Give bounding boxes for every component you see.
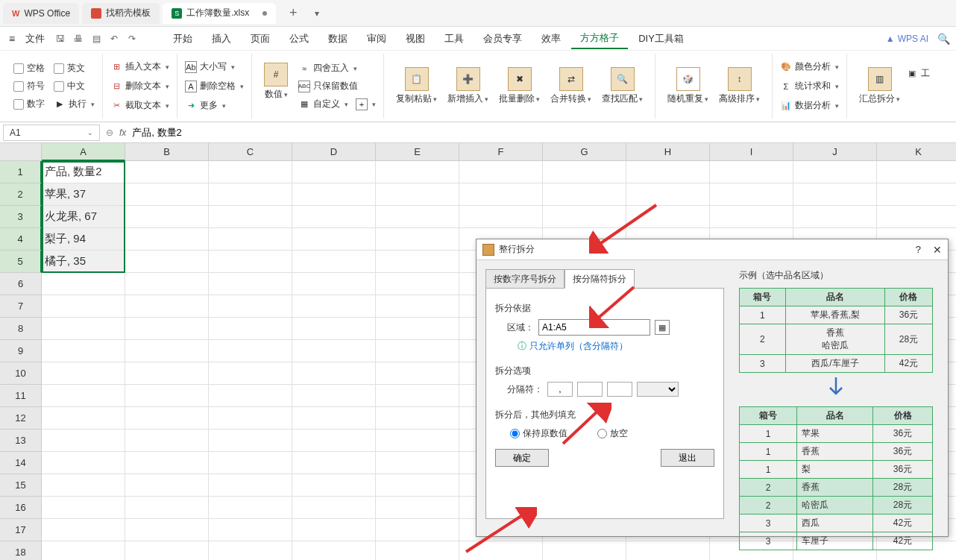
cell[interactable] [376,385,459,407]
cell[interactable] [125,161,209,183]
col-header-k[interactable]: K [877,143,956,161]
menu-diy[interactable]: DIY工具箱 [629,29,693,48]
wps-ai-button[interactable]: ▲WPS AI [886,34,928,44]
row-header[interactable]: 6 [0,273,42,295]
cell[interactable] [292,228,376,251]
menu-insert[interactable]: 插入 [203,29,240,48]
cell[interactable] [292,362,376,385]
dialog-titlebar[interactable]: 整行拆分 ? ✕ [477,239,948,260]
ok-button[interactable]: 确定 [495,449,549,467]
rb-insert-new[interactable]: ➕新增插入▾ [443,64,493,108]
cell[interactable] [125,385,209,407]
cell[interactable] [42,318,125,340]
rb-color-analysis[interactable]: 🎨颜色分析▾ [780,58,839,76]
rb-find-match[interactable]: 🔍查找匹配▾ [597,64,647,108]
cell[interactable] [376,519,459,541]
col-header-g[interactable]: G [543,143,626,161]
rb-keep-num[interactable]: ABC只保留数值 [298,78,376,95]
col-header-a[interactable]: A [42,143,125,161]
cell[interactable] [376,273,459,295]
cell[interactable] [292,273,376,295]
cell[interactable] [376,474,459,497]
cell[interactable] [292,206,376,228]
cell[interactable] [125,273,209,295]
rb-case[interactable]: Ab大小写▾ [185,58,244,76]
dialog-tab-separator[interactable]: 按分隔符拆分 [565,269,635,289]
cell[interactable] [877,183,956,206]
rb-custom[interactable]: ▦自定义▾ +▾ [298,95,376,113]
range-picker-icon[interactable]: ▦ [655,320,670,335]
radio-keep-original[interactable]: 保持原数值 [510,427,567,440]
menu-ffgz[interactable]: 方方格子 [571,28,628,49]
cell[interactable] [209,318,292,340]
cell[interactable] [42,452,125,474]
rb-extract-text[interactable]: ✂截取文本▾ [110,97,169,115]
file-menu[interactable]: 文件 [19,32,51,45]
formula-input[interactable] [132,127,953,138]
cell[interactable] [376,452,459,474]
cell[interactable] [459,206,543,228]
cell[interactable] [209,295,292,318]
cell[interactable] [376,340,459,362]
cell[interactable] [125,206,209,228]
cell[interactable] [710,206,793,228]
rb-delete-text[interactable]: ⊟删除文本▾ [110,78,169,95]
cell[interactable] [376,318,459,340]
rb-random[interactable]: 🎲随机重复▾ [663,64,713,108]
row-header[interactable]: 17 [0,519,42,541]
search-icon[interactable]: 🔍 [937,33,950,45]
cell-a4[interactable]: 梨子, 94 [42,228,125,251]
cell[interactable] [125,452,209,474]
cell[interactable] [626,161,710,183]
cell[interactable] [292,161,376,183]
cell[interactable] [42,273,125,295]
cell[interactable] [376,407,459,430]
rb-work[interactable]: ▣工 [906,64,930,82]
cell[interactable] [42,295,125,318]
cell[interactable] [292,407,376,430]
cell[interactable] [209,430,292,452]
cell[interactable] [793,161,877,183]
cell[interactable] [125,541,209,560]
menu-data[interactable]: 数据 [319,29,356,48]
cell[interactable] [209,183,292,206]
row-header[interactable]: 2 [0,183,42,206]
cell[interactable] [125,228,209,251]
cell[interactable] [209,273,292,295]
cell[interactable] [292,318,376,340]
cell[interactable] [209,407,292,430]
separator-input-2[interactable] [577,382,603,397]
cell[interactable] [543,161,626,183]
dialog-tab-number[interactable]: 按数字序号拆分 [485,269,565,289]
col-header-j[interactable]: J [793,143,877,161]
cell[interactable] [125,340,209,362]
name-box-dropdown-icon[interactable]: ⌄ [87,129,93,136]
cell[interactable] [42,541,125,560]
cell[interactable] [125,183,209,206]
cell[interactable] [209,362,292,385]
cell-a2[interactable]: 苹果, 37 [42,183,125,206]
qat-preview-icon[interactable]: ▤ [88,31,104,47]
cell[interactable] [125,430,209,452]
menu-member[interactable]: 会员专享 [474,29,531,48]
rb-check-symbol[interactable]: 符号 [13,78,45,95]
cell[interactable] [292,519,376,541]
cell[interactable] [125,362,209,385]
rb-insert-text[interactable]: ⊞插入文本▾ [110,58,169,76]
add-icon[interactable]: + [356,98,368,110]
cell[interactable] [209,452,292,474]
cell[interactable] [292,340,376,362]
rb-sum[interactable]: Σ统计求和▾ [780,78,839,95]
qat-save-icon[interactable]: 🖫 [52,31,69,47]
cancel-button[interactable]: 退出 [661,449,714,467]
cell[interactable] [209,161,292,183]
name-box[interactable]: A1 ⌄ [3,125,100,141]
select-all-corner[interactable] [0,143,42,161]
cell[interactable] [42,407,125,430]
cell[interactable] [376,206,459,228]
row-header[interactable]: 11 [0,385,42,407]
cell[interactable] [292,385,376,407]
rb-check-space[interactable]: 空格 [13,60,45,78]
cell[interactable] [376,183,459,206]
cancel-formula-icon[interactable]: ⊖ [106,128,113,138]
